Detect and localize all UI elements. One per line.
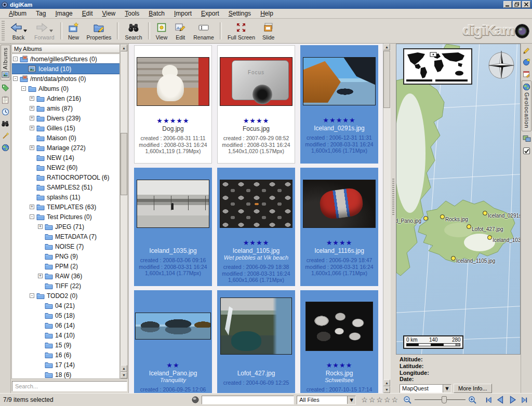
geolocation-tab[interactable]: Geolocation (522, 80, 531, 131)
zoom-slider[interactable] (415, 396, 466, 404)
slide-button[interactable]: Slide (259, 19, 278, 43)
tree-expander-collapsed[interactable]: + (30, 126, 34, 130)
thumbnail-card-iceland-1116s-jpg[interactable]: ★★★★Iceland_1116s.jpgcreated : 2006-09-2… (300, 168, 378, 286)
nav-prev-button[interactable] (496, 396, 505, 404)
tree-item-18-6[interactable]: 18 (6) (12, 370, 119, 379)
world-overview-map[interactable] (403, 48, 472, 85)
tree-item-divers-239[interactable]: +Divers (239) (12, 113, 119, 123)
tree-item-test-pictures-0[interactable]: -Test Pictures (0) (12, 212, 119, 222)
metadata-tab-button[interactable] (523, 58, 530, 66)
menu-settings[interactable]: Settings (224, 9, 256, 18)
forward-button[interactable]: Forward (31, 19, 58, 43)
minimize-button[interactable] (503, 1, 512, 8)
map-source-select[interactable]: MapQuest ▼ (400, 384, 451, 393)
thumbnail-card-iceland-pano-jpg[interactable]: ★★Iceland_Pano.jpgTranquilitycreated : 2… (134, 290, 212, 393)
tree-item-templates-63[interactable]: +TEMPLATES (63) (12, 202, 119, 212)
tree-expander-collapsed[interactable]: + (30, 96, 34, 101)
nav-first-button[interactable] (485, 396, 493, 404)
tree-item-albums-0[interactable]: -Albums (0) (12, 84, 119, 93)
menu-tag[interactable]: Tag (31, 9, 50, 18)
tree-item-raw-36[interactable]: +RAW (36) (12, 271, 119, 281)
tree-expander-expanded[interactable]: - (21, 86, 26, 91)
tree-item-jpeg-71[interactable]: +JPEG (71) (12, 222, 119, 232)
tree-item-maison-0[interactable]: Maison (0) (12, 133, 119, 143)
tree-item-mariage-272[interactable]: +Mariage (272) (12, 143, 119, 153)
panel-splitter[interactable] (391, 44, 396, 393)
thumbnail-card-rocks-jpg[interactable]: ★★★★Rocks.jpgSchwellseecreated : 2007-10… (300, 290, 378, 393)
tree-item-mnt-data-photos-0[interactable]: -/mnt/data/photos (0) (12, 74, 119, 84)
menu-image[interactable]: Image (50, 9, 77, 18)
tree-expander-collapsed[interactable]: + (38, 224, 43, 229)
tree-item-iceland-10[interactable]: Iceland (10) (12, 64, 119, 74)
scroll-up-button[interactable]: ▲ (121, 365, 127, 372)
map-marker-dot[interactable] (451, 256, 456, 261)
tree-item-amis-87[interactable]: +amis (87) (12, 103, 119, 113)
scrollbar-thumb[interactable] (383, 51, 390, 108)
thumbnail-card-focus-jpg[interactable]: Focus★★★★Focus.jpgcreated : 2007-09-29 0… (217, 45, 295, 164)
tree-expander-expanded[interactable]: - (13, 76, 18, 81)
menu-export[interactable]: Export (196, 9, 224, 18)
thumbnail-card-iceland-0291s-jpg[interactable]: ★★★★★Iceland_0291s.jpgcreated : 2006-12-… (300, 45, 378, 164)
tree-expander-collapsed[interactable]: + (30, 116, 34, 120)
menu-view[interactable]: View (97, 9, 120, 18)
filters-tab-button[interactable] (523, 146, 530, 155)
chevron-down-icon[interactable]: ▼ (443, 385, 451, 393)
map-view[interactable]: nd_Pano.jpgRocks.jpgIceland_0291s.jLofot… (396, 44, 521, 355)
map-marker-dot[interactable] (423, 216, 428, 221)
tree-expander-collapsed[interactable]: + (30, 205, 34, 209)
thumbnail-card-iceland-1035-jpg[interactable]: Iceland_1035.jpgcreated : 2008-03-06 09:… (134, 168, 212, 286)
edit-button[interactable]: Edit (171, 19, 190, 43)
tree-item-16-6[interactable]: 16 (6) (12, 350, 119, 360)
tree-expander-collapsed[interactable]: + (38, 274, 43, 278)
tree-item-samples2-51[interactable]: SAMPLES2 (51) (12, 182, 119, 192)
menu-help[interactable]: Help (256, 9, 278, 18)
new-button[interactable]: New (64, 19, 83, 43)
menu-import[interactable]: Import (169, 9, 196, 18)
tree-expander-expanded[interactable]: - (30, 214, 34, 219)
map-marker-dot[interactable] (483, 211, 487, 215)
tree-item-png-9[interactable]: PNG (9) (12, 251, 119, 261)
album-search-input[interactable] (12, 381, 127, 391)
tree-expander-collapsed[interactable]: + (30, 145, 34, 150)
searches-tab-button[interactable] (1, 119, 9, 128)
filter-text-input[interactable] (202, 396, 294, 404)
tree-item-tiff-22[interactable]: TIFF (22) (12, 281, 119, 291)
thumbnail-card-dog-jpg[interactable]: ★★★★★Dog.jpgcreated : 2006-08-31 11:11mo… (134, 45, 212, 164)
map-marker-dot[interactable] (467, 224, 471, 229)
map-marker-dot[interactable] (487, 235, 492, 240)
tree-item-17-14[interactable]: 17 (14) (12, 360, 119, 370)
tree-item-new2-60[interactable]: NEW2 (60) (12, 163, 119, 172)
albums-tab[interactable]: Albums (1, 45, 10, 80)
view-button[interactable]: View (152, 19, 171, 43)
captions-tab-button[interactable] (523, 46, 530, 55)
tree-item-todo2-0[interactable]: -TODO2 (0) (12, 291, 119, 301)
tree-item-05-18[interactable]: 05 (18) (12, 310, 119, 320)
close-button[interactable] (522, 1, 530, 8)
tree-expander-expanded[interactable]: - (13, 57, 18, 61)
back-button[interactable]: Back (6, 19, 31, 43)
scroll-up-button[interactable]: ▲ (383, 44, 390, 50)
map-search-tab-button[interactable] (2, 143, 9, 152)
more-info-button[interactable]: More Info... (454, 384, 492, 393)
toolbar-drag-handle[interactable] (2, 21, 5, 41)
colors-tab-button[interactable] (523, 70, 530, 78)
scroll-up-button[interactable]: ▲ (121, 45, 127, 51)
tree-item-home-gilles-pictures-0[interactable]: -/home/gilles/Pictures (0) (12, 54, 119, 64)
timeline-tab-button[interactable] (2, 107, 9, 116)
slider-knob[interactable] (442, 396, 447, 403)
chevron-down-icon[interactable]: ▼ (347, 396, 355, 404)
restore-button[interactable] (513, 1, 521, 8)
full-screen-button[interactable]: Full Screen (224, 19, 259, 43)
dates-tab-button[interactable] (2, 96, 9, 104)
menu-batch[interactable]: Batch (144, 9, 169, 18)
scroll-down-button[interactable]: ▼ (383, 386, 390, 393)
properties-button[interactable]: Properties (83, 19, 115, 43)
rename-button[interactable]: Rename (190, 19, 218, 43)
thumbnail-card-lofot-427-jpg[interactable]: Lofot_427.jpgcreated : 2004-06-09 12:25 (217, 290, 295, 393)
lighttable-tab-button[interactable] (523, 134, 531, 143)
scrollbar-thumb[interactable] (121, 133, 127, 195)
tags-tab-button[interactable] (2, 84, 9, 92)
tree-item-15-9[interactable]: 15 (9) (12, 340, 119, 350)
tree-expander-collapsed[interactable]: + (30, 106, 34, 111)
scroll-down-button[interactable]: ▼ (121, 372, 127, 378)
